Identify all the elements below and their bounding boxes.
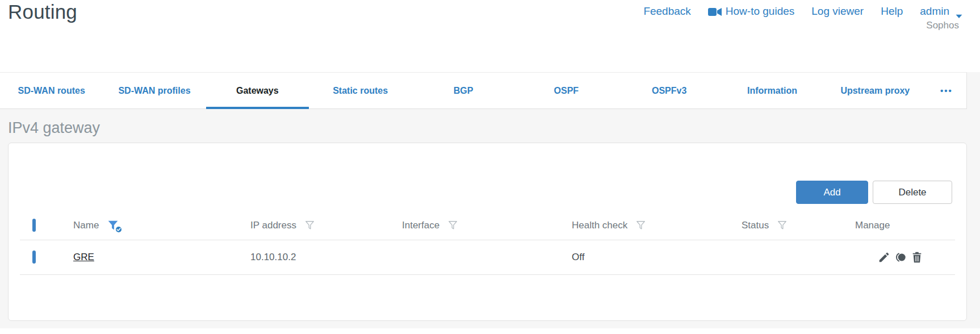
routing-page: Routing Feedback How-to guides Log viewe… xyxy=(0,0,980,334)
tab-static-routes[interactable]: Static routes xyxy=(309,73,412,108)
delete-button[interactable]: Delete xyxy=(873,181,952,204)
column-header-status: Status xyxy=(742,220,769,231)
table-header-row: Name IP address Interface xyxy=(20,211,955,240)
column-header-manage: Manage xyxy=(855,220,890,231)
filter-icon[interactable] xyxy=(304,220,315,231)
section-heading: IPv4 gateway xyxy=(8,119,100,137)
top-nav: Feedback How-to guides Log viewer Help a… xyxy=(643,5,962,18)
howto-guides-link[interactable]: How-to guides xyxy=(708,5,794,18)
brand-label: Sophos xyxy=(926,20,959,31)
filter-active-icon[interactable] xyxy=(107,219,119,231)
column-header-name: Name xyxy=(73,220,99,231)
column-header-interface: Interface xyxy=(402,220,439,231)
row-checkbox[interactable] xyxy=(32,250,36,264)
tab-bgp[interactable]: BGP xyxy=(412,73,514,108)
edit-icon[interactable] xyxy=(878,251,890,264)
tab-ospfv3[interactable]: OSPFv3 xyxy=(618,73,721,108)
help-link[interactable]: Help xyxy=(881,5,903,18)
add-button[interactable]: Add xyxy=(796,181,868,204)
column-header-ip: IP address xyxy=(250,220,296,231)
gateway-table-card: Add Delete Name IP address xyxy=(8,143,967,321)
clone-icon[interactable] xyxy=(894,251,907,264)
tab-ospf[interactable]: OSPF xyxy=(515,73,618,108)
user-name: admin xyxy=(920,5,949,18)
page-header: Routing Feedback How-to guides Log viewe… xyxy=(0,0,980,72)
tab-information[interactable]: Information xyxy=(721,73,823,108)
video-camera-icon xyxy=(708,7,722,16)
tab-sd-wan-routes[interactable]: SD-WAN routes xyxy=(0,73,103,108)
tab-sd-wan-profiles[interactable]: SD-WAN profiles xyxy=(103,73,206,108)
log-viewer-link[interactable]: Log viewer xyxy=(811,5,864,18)
gateway-health-check: Off xyxy=(572,252,742,263)
feedback-link[interactable]: Feedback xyxy=(643,5,690,18)
tab-upstream-proxy[interactable]: Upstream proxy xyxy=(824,73,927,108)
gateway-table: Name IP address Interface xyxy=(20,211,955,275)
chevron-down-icon xyxy=(956,9,962,14)
manage-actions xyxy=(855,251,955,264)
filter-check-badge xyxy=(115,226,123,233)
page-title: Routing xyxy=(8,1,77,23)
filter-icon[interactable] xyxy=(635,220,646,231)
tab-bar: SD-WAN routes SD-WAN profiles Gateways S… xyxy=(0,72,967,109)
select-all-checkbox[interactable] xyxy=(32,219,36,232)
tab-gateways[interactable]: Gateways xyxy=(206,73,309,108)
filter-icon[interactable] xyxy=(447,220,458,231)
table-row: GRE 10.10.10.2 Off xyxy=(20,240,955,275)
user-menu[interactable]: admin xyxy=(920,5,962,18)
more-tabs-button[interactable]: ••• xyxy=(927,73,966,108)
delete-icon[interactable] xyxy=(911,251,923,264)
column-header-health-check: Health check xyxy=(572,220,627,231)
gateway-name-link[interactable]: GRE xyxy=(73,252,94,262)
gateway-ip: 10.10.10.2 xyxy=(250,252,402,263)
filter-icon[interactable] xyxy=(777,220,788,231)
